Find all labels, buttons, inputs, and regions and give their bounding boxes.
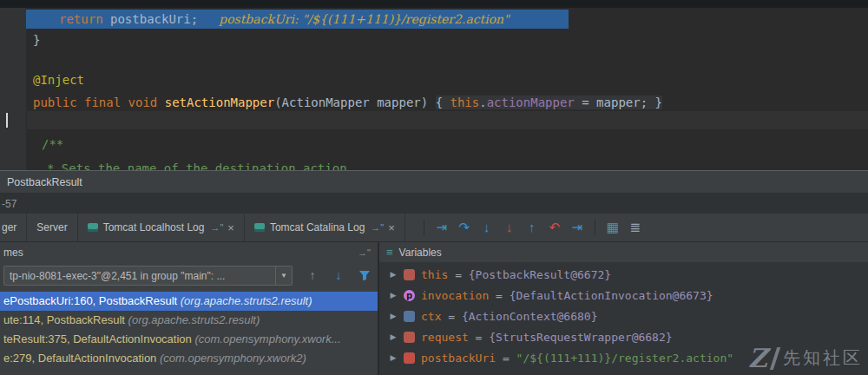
frames-header-label: mes <box>3 247 23 259</box>
step-out-icon[interactable]: ↑ <box>521 214 543 240</box>
variable-icon <box>404 352 415 364</box>
layout-grid-icon[interactable]: ▦ <box>602 214 624 240</box>
variable-name: this <box>421 268 448 281</box>
keyword-return: return <box>59 12 103 26</box>
param-name: mapper <box>370 95 421 109</box>
semicolon: ; <box>641 95 655 109</box>
equals-sign: = <box>469 331 489 344</box>
close-icon[interactable]: × <box>227 221 234 234</box>
expand-chevron-icon[interactable]: ▶ <box>386 291 400 299</box>
scroll-to-end-icon[interactable]: →" <box>210 222 223 233</box>
force-step-into-icon[interactable]: ↓ <box>498 214 521 240</box>
paren-open: ( <box>274 95 281 109</box>
variable-postbackuri: postbackUri <box>103 12 191 26</box>
frame-row[interactable]: ePostbackUri:160, PostbackResult (org.ap… <box>0 292 378 311</box>
variables-header-label: Variables <box>399 247 442 259</box>
console-icon <box>254 223 265 232</box>
filter-icon[interactable] <box>356 266 373 284</box>
expand-chevron-icon[interactable]: ▶ <box>386 332 400 341</box>
variable-value: "/${(111+111)}/register2.action" <box>516 352 733 365</box>
variable-row[interactable]: ▶ postbackUri = "/${(111+111)}/register2… <box>379 347 868 368</box>
expand-chevron-icon[interactable]: ▶ <box>386 270 400 279</box>
frame-package: (org.apache.struts2.result) <box>128 313 260 326</box>
window-top-edge <box>0 0 868 8</box>
field-actionmapper: actionMapper <box>487 95 575 109</box>
brace-open: { <box>436 95 450 109</box>
tab-debugger[interactable]: ger <box>0 214 27 241</box>
tab-label: Tomcat Catalina Log <box>270 221 365 234</box>
tab-label: ger <box>2 221 16 234</box>
keyword-this: this <box>450 95 479 109</box>
frame-row[interactable]: teResult:375, DefaultActionInvocation (c… <box>0 330 378 349</box>
debugger-tab-bar: ger Server Tomcat Localhost Log →" × Tom… <box>0 214 868 242</box>
editor-gutter[interactable] <box>0 8 27 173</box>
semicolon: ; <box>191 12 198 26</box>
code-close-brace: } <box>33 31 40 49</box>
variable-name: ctx <box>421 310 441 323</box>
variable-row[interactable]: ▶ this = {PostbackResult@6672} <box>379 264 868 285</box>
show-execution-point-icon[interactable]: ⇥ <box>431 214 453 240</box>
variable-row[interactable]: ▶ p invocation = {DefaultActionInvocatio… <box>379 285 868 306</box>
debug-session-bar: PostbackResult <box>0 171 868 194</box>
stepping-toolbar: ⇥ ↷ ↓ ↓ ↑ ↶ ⇥ ▦ ≣ <box>418 214 647 241</box>
variable-name: request <box>421 331 469 344</box>
frame-row[interactable]: e:279, DefaultActionInvocation (com.open… <box>0 349 378 368</box>
equals-sign: = <box>496 352 516 365</box>
meta-text: -57 <box>2 198 16 210</box>
run-to-cursor-icon[interactable]: ⇥ <box>566 214 589 240</box>
frames-panel: tp-nio-8081-exec-3"@2,451 in group "main… <box>0 262 378 375</box>
variables-menu-icon[interactable]: ≡ <box>386 246 393 259</box>
tab-server[interactable]: Server <box>27 214 77 241</box>
frame-package: (com.opensymphony.xwork2) <box>160 352 306 365</box>
variable-icon <box>404 269 415 280</box>
toolbar-separator <box>424 220 424 235</box>
variable-name: invocation <box>421 289 489 302</box>
tab-tomcat-catalina-log[interactable]: Tomcat Catalina Log →" × <box>245 214 405 241</box>
next-frame-icon[interactable]: ↓ <box>330 266 347 284</box>
param-type: ActionMapper <box>282 95 370 109</box>
frame-location: ute:114, PostbackResult <box>3 313 128 326</box>
code-method-line[interactable]: public final void setActionMapper(Action… <box>33 94 662 111</box>
thread-selector[interactable]: tp-nio-8081-exec-3"@2,451 in group "main… <box>3 266 293 286</box>
thread-selector-value: tp-nio-8081-exec-3"@2,451 in group "main… <box>4 270 275 282</box>
settings-lines-icon[interactable]: ≣ <box>624 214 647 240</box>
frame-location: teResult:375, DefaultActionInvocation <box>3 332 194 345</box>
chevron-down-icon[interactable]: ▼ <box>275 266 292 285</box>
text-caret <box>6 113 8 128</box>
frame-package: (org.apache.struts2.result) <box>181 294 312 307</box>
variable-value: {DefaultActionInvocation@6673} <box>510 289 713 302</box>
execution-line[interactable]: return postbackUri ; postbackUri: "/${(1… <box>26 10 569 29</box>
pin-icon[interactable]: →" <box>358 247 371 258</box>
variable-value: {StrutsRequestWrapper@6682} <box>489 331 672 344</box>
frame-package: (com.opensymphony.xwork... <box>194 332 340 345</box>
variable-value: {PostbackResult@6672} <box>469 268 611 281</box>
step-into-icon[interactable]: ↓ <box>476 214 498 240</box>
variable-row[interactable]: ▶ request = {StrutsRequestWrapper@6682} <box>379 326 868 347</box>
previous-frame-icon[interactable]: ↑ <box>304 266 321 284</box>
parameter-icon: p <box>404 290 415 301</box>
expand-chevron-icon[interactable]: ▶ <box>386 353 400 362</box>
variables-panel: ▶ this = {PostbackResult@6672} ▶ p invoc… <box>379 262 868 375</box>
scroll-to-end-icon[interactable]: →" <box>371 222 384 233</box>
variable-icon <box>404 311 415 322</box>
variable-icon <box>404 332 415 343</box>
variable-row[interactable]: ▶ ctx = {ActionContext@6680} <box>379 306 868 326</box>
frame-location: e:279, DefaultActionInvocation <box>3 352 160 365</box>
tab-label: Tomcat Localhost Log <box>103 221 205 234</box>
tab-tomcat-localhost-log[interactable]: Tomcat Localhost Log →" × <box>78 214 245 241</box>
ide-debug-screen: return postbackUri ; postbackUri: "/${(1… <box>0 0 868 375</box>
console-icon <box>88 223 98 232</box>
debug-meta-row: -57 <box>0 194 868 214</box>
close-icon[interactable]: × <box>388 221 395 234</box>
expand-chevron-icon[interactable]: ▶ <box>386 312 400 320</box>
frame-location: ePostbackUri:160, PostbackResult <box>3 294 181 307</box>
frame-row[interactable]: ute:114, PostbackResult (org.apache.stru… <box>0 311 378 330</box>
variables-panel-header: ≡ Variables <box>379 242 868 263</box>
variable-name: postbackUri <box>421 352 496 365</box>
javadoc-open: /** <box>42 135 63 153</box>
step-over-icon[interactable]: ↷ <box>453 214 476 240</box>
assign-op: = <box>575 95 596 109</box>
debug-session-title: PostbackResult <box>7 176 82 188</box>
toolbar-separator <box>595 220 595 235</box>
drop-frame-icon[interactable]: ↶ <box>543 214 566 240</box>
